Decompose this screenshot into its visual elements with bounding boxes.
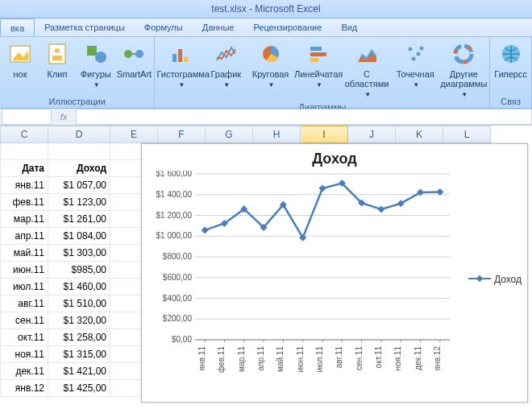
column-icon — [167, 40, 194, 68]
cell-value[interactable]: $1 315,00 — [48, 346, 110, 363]
cell-date[interactable]: июн.11 — [1, 262, 48, 279]
pie-button[interactable]: Круговая ▼ — [247, 39, 294, 101]
cell-value[interactable]: $1 425,00 — [48, 380, 110, 397]
svg-rect-79 — [377, 206, 384, 213]
smartart-icon — [120, 40, 148, 68]
cell-value[interactable]: $1 084,00 — [48, 228, 110, 245]
area-button[interactable]: Собластями ▼ — [343, 39, 391, 101]
cell-date[interactable]: янв.11 — [1, 177, 48, 194]
scatter-button[interactable]: Точечная ▼ — [391, 39, 439, 101]
col-header-C[interactable]: C — [1, 126, 48, 143]
line-icon — [212, 40, 239, 68]
svg-text:июн.11: июн.11 — [296, 346, 305, 373]
svg-rect-2 — [49, 44, 65, 64]
tab-Формулы[interactable]: Формулы — [135, 19, 193, 36]
column-button[interactable]: Гистограмма ▼ — [156, 39, 205, 101]
cell-value[interactable]: $1 258,00 — [48, 329, 110, 346]
shapes-button[interactable]: Фигуры ▼ — [76, 39, 115, 96]
cell-date[interactable]: фев.11 — [1, 194, 48, 211]
cell-date[interactable]: июл.11 — [1, 279, 48, 295]
chevron-down-icon: ▼ — [268, 81, 275, 90]
svg-text:ноя.11: ноя.11 — [393, 346, 402, 371]
cell-date[interactable]: ноя.11 — [1, 346, 48, 363]
smartart-button[interactable]: SmartArt — [115, 39, 152, 96]
svg-text:окт.11: окт.11 — [374, 346, 383, 369]
line-button[interactable]: График ▼ — [206, 39, 247, 101]
col-header-K[interactable]: K — [396, 126, 443, 143]
clip-button[interactable]: Клип — [39, 39, 76, 96]
hyperlink-button[interactable]: Гиперсс — [492, 39, 530, 96]
col-header-D[interactable]: D — [48, 126, 110, 143]
cell[interactable] — [48, 143, 110, 160]
svg-point-19 — [417, 52, 421, 56]
cell[interactable] — [1, 143, 48, 160]
picture-label: нок — [13, 69, 27, 79]
cell-date[interactable]: авг.11 — [1, 295, 48, 312]
picture-icon — [6, 40, 34, 68]
line-label: График ▼ — [208, 69, 245, 90]
svg-text:май.11: май.11 — [276, 346, 285, 372]
tab-Рецензирование[interactable]: Рецензирование — [243, 19, 331, 36]
window-title: test.xlsx - Microsoft Excel — [211, 3, 320, 14]
tab-Разметка-страницы[interactable]: Разметка страницы — [35, 19, 135, 36]
other-button[interactable]: Другиедиаграммы ▼ — [439, 39, 488, 101]
tab-Данные[interactable]: Данные — [193, 19, 244, 36]
cell-date[interactable]: май.11 — [1, 245, 48, 262]
chevron-down-icon: ▼ — [94, 81, 100, 90]
cell-header-income[interactable]: Доход — [48, 160, 110, 177]
cell-value[interactable]: $985,00 — [48, 262, 110, 279]
col-header-L[interactable]: L — [443, 126, 491, 143]
bar-button[interactable]: Линейчатая ▼ — [294, 39, 343, 101]
fx-icon[interactable]: fx — [52, 112, 76, 122]
chevron-down-icon: ▼ — [179, 81, 185, 90]
svg-rect-5 — [87, 46, 97, 56]
cell-value[interactable]: $1 320,00 — [48, 312, 110, 329]
svg-text:$1 600,00: $1 600,00 — [156, 171, 193, 178]
svg-text:авг.11: авг.11 — [335, 346, 343, 369]
scatter-label: Точечная ▼ — [393, 69, 437, 90]
svg-rect-9 — [172, 54, 177, 62]
chevron-down-icon: ▼ — [413, 81, 419, 90]
cell-date[interactable]: апр.11 — [1, 228, 48, 245]
svg-text:дек.11: дек.11 — [414, 346, 422, 370]
tab-Вид[interactable]: Вид — [331, 19, 367, 36]
cell-header-date[interactable]: Дата — [1, 160, 48, 177]
formula-input[interactable] — [76, 109, 532, 125]
cell-value[interactable]: $1 261,00 — [48, 211, 110, 228]
formula-bar: fx — [0, 109, 532, 126]
svg-rect-10 — [178, 49, 182, 62]
name-box[interactable] — [2, 109, 52, 125]
scatter-icon — [401, 40, 429, 68]
cell-date[interactable]: янв.12 — [1, 380, 48, 397]
cell-value[interactable]: $1 303,00 — [48, 245, 110, 262]
col-header-H[interactable]: H — [253, 126, 301, 143]
svg-text:янв.11: янв.11 — [197, 346, 206, 371]
ribbon-group-Связ: ГиперссСвяз — [490, 37, 532, 108]
cell-value[interactable]: $1 123,00 — [48, 194, 110, 211]
cell-date[interactable]: дек.11 — [1, 363, 48, 380]
col-header-G[interactable]: G — [206, 126, 253, 143]
tab-вка[interactable]: вка — [0, 19, 35, 36]
col-header-J[interactable]: J — [348, 126, 396, 143]
svg-point-8 — [135, 50, 143, 58]
cell-value[interactable]: $1 057,00 — [48, 177, 110, 194]
other-label: Другиедиаграммы ▼ — [440, 69, 487, 100]
col-header-E[interactable]: E — [110, 126, 158, 143]
cell-value[interactable]: $1 460,00 — [48, 279, 110, 295]
cell-date[interactable]: мар.11 — [1, 211, 48, 228]
cell-value[interactable]: $1 421,00 — [48, 363, 110, 380]
chevron-down-icon: ▼ — [223, 81, 230, 90]
svg-point-20 — [412, 57, 416, 61]
svg-point-18 — [409, 48, 413, 52]
col-header-I[interactable]: I — [301, 126, 348, 143]
chart[interactable]: Доход $0,00$200,00$400,00$600,00$800,00$… — [141, 143, 528, 403]
clip-icon — [44, 40, 71, 68]
shapes-icon — [82, 40, 110, 68]
svg-text:$1 000,00: $1 000,00 — [156, 231, 193, 240]
col-header-F[interactable]: F — [158, 126, 206, 143]
cell-value[interactable]: $1 510,00 — [48, 295, 110, 312]
cell-date[interactable]: окт.11 — [1, 329, 48, 346]
picture-button[interactable]: нок — [2, 39, 39, 96]
cell-date[interactable]: сен.11 — [1, 312, 48, 329]
svg-rect-76 — [318, 184, 326, 192]
